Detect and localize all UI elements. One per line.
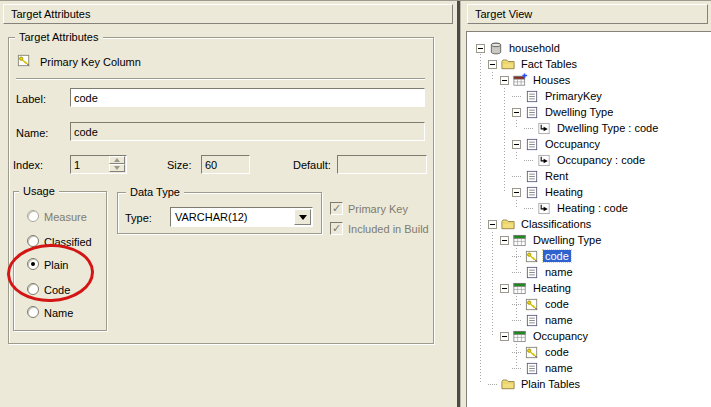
collapse-icon[interactable] [500,76,509,85]
target-attributes-header-label: Target Attributes [11,8,91,20]
tree-node-label[interactable]: Plain Tables [519,378,582,390]
fact-table-icon [512,73,528,88]
tree-node-occupancy-mapping[interactable]: Occupancy : code [524,152,647,168]
database-icon [488,41,504,56]
tree-node-label[interactable]: Occupancy : code [555,154,647,166]
tree-node-label[interactable]: Rent [543,170,570,182]
tree-node-houses[interactable]: Houses [500,72,572,88]
attribute-icon [524,313,540,328]
radio-name[interactable] [27,306,39,318]
tree-node-heating[interactable]: Heating [512,184,585,200]
tree-node-class-occupancy[interactable]: Occupancy [500,328,590,344]
tree-node-label[interactable]: Dwelling Type : code [555,122,660,134]
folder-icon [500,377,516,392]
tree-node-code[interactable]: code [512,344,571,360]
attribute-icon [524,137,540,152]
primary-key-checkbox: ✓ [330,202,343,215]
class-table-icon [512,281,528,296]
tree-node-label[interactable]: household [507,42,562,54]
tree-node-label[interactable]: Fact Tables [519,58,579,70]
tree-connector [512,256,521,257]
attribute-icon [524,265,540,280]
tree-node-code-selected[interactable]: code [512,248,571,264]
folder-icon [500,217,516,232]
tree-node-label[interactable]: name [543,362,575,374]
tree-node-label[interactable]: Occupancy [531,330,590,342]
collapse-icon[interactable] [512,188,521,197]
collapse-icon[interactable] [488,220,497,229]
tree-node-fact-tables[interactable]: Fact Tables [488,56,579,72]
radio-name-label[interactable]: Name [44,307,73,319]
collapse-icon[interactable] [500,332,509,341]
tree-node-rent[interactable]: Rent [512,168,570,184]
primary-key-icon [524,345,540,360]
collapse-icon[interactable] [476,44,485,53]
tree-node-label[interactable]: code [543,298,571,310]
attribute-icon [524,105,540,120]
tree-node-name[interactable]: name [512,312,575,328]
tree-connector [512,368,521,369]
attribute-type-label: Primary Key Column [40,56,141,68]
tree-node-occupancy[interactable]: Occupancy [512,136,602,152]
separator [16,78,425,80]
tree-node-name[interactable]: name [512,360,575,376]
tree-line [492,232,493,336]
tree-node-label[interactable]: PrimaryKey [543,90,604,102]
tree-node-class-dwelling-type[interactable]: Dwelling Type [500,232,603,248]
attribute-icon [524,185,540,200]
tree-node-label[interactable]: Occupancy [543,138,602,150]
tree-node-label[interactable]: Heating [531,282,573,294]
tree-node-heating-mapping[interactable]: Heating : code [524,200,630,216]
target-view-header: Target View [467,4,708,24]
tree-node-primarykey[interactable]: PrimaryKey [512,88,604,104]
tree-node-plain-tables[interactable]: Plain Tables [488,376,582,392]
panel-divider [457,1,461,407]
tree-node-label[interactable]: Heating [543,186,585,198]
index-caption: Index: [13,159,43,171]
tree-connector [512,96,521,97]
usage-legend: Usage [19,185,59,198]
type-caption: Type: [125,212,152,224]
collapse-icon[interactable] [500,236,509,245]
tree-node-class-heating[interactable]: Heating [500,280,573,296]
radio-measure-label: Measure [44,211,87,223]
tree-connector [524,128,533,129]
tree-node-label[interactable]: code [543,346,571,358]
tree-node-label[interactable]: Heating : code [555,202,630,214]
tree-node-name[interactable]: name [512,264,575,280]
tree-node-label[interactable]: code [543,250,571,262]
index-spin-down-button [109,164,125,172]
class-table-icon [512,329,528,344]
tree-node-dwelling-type-mapping[interactable]: Dwelling Type : code [524,120,660,136]
tree-connector [512,320,521,321]
tree-node-label[interactable]: Houses [531,74,572,86]
folder-icon [500,57,516,72]
collapse-icon[interactable] [488,60,497,69]
tree-line [516,200,517,208]
attribute-icon [524,361,540,376]
tree-node-label[interactable]: name [543,266,575,278]
tree-node-household[interactable]: household [476,40,562,56]
collapse-icon[interactable] [512,140,521,149]
mapping-arrow-icon [536,153,552,168]
tree-line [480,48,481,384]
tree-node-label[interactable]: Dwelling Type [531,234,603,246]
dropdown-button[interactable] [294,209,311,225]
tree-node-label[interactable]: Dwelling Type [543,106,615,118]
collapse-icon[interactable] [500,284,509,293]
type-dropdown[interactable]: VARCHAR(12) [170,207,313,227]
tree-connector [488,384,497,385]
tree-connector [512,272,521,273]
label-input[interactable] [70,88,425,107]
attribute-icon [524,89,540,104]
tree-line [516,120,517,128]
tree-connector [512,352,521,353]
tree-node-classifications[interactable]: Classifications [488,216,593,232]
tree-node-label[interactable]: Classifications [519,218,593,230]
tree-node-dwelling-type[interactable]: Dwelling Type [512,104,615,120]
collapse-icon[interactable] [512,108,521,117]
tree-node-label[interactable]: name [543,314,575,326]
chevron-down-icon [299,215,307,220]
tree-node-code[interactable]: code [512,296,571,312]
tree-line [492,72,493,80]
